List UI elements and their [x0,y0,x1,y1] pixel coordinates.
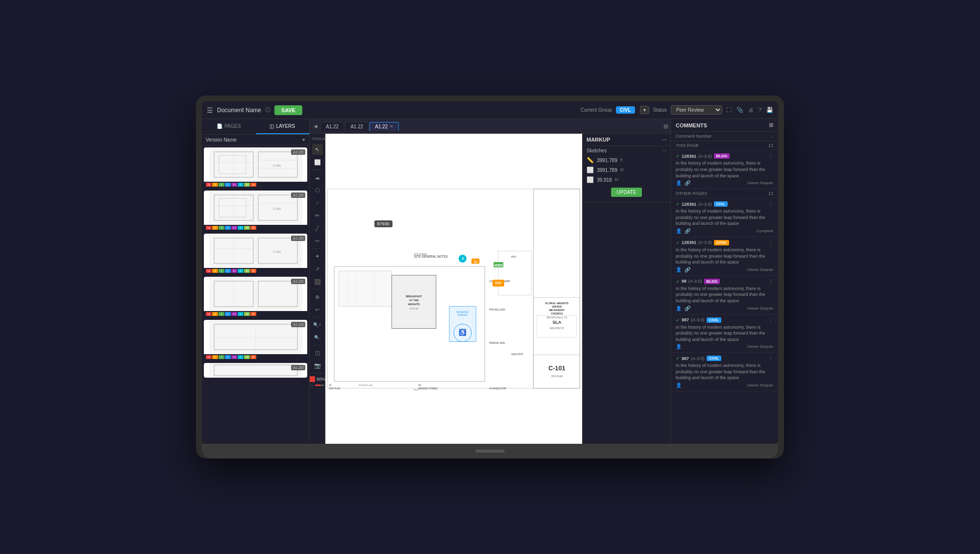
group-dropdown[interactable]: ▾ [640,106,649,114]
update-button[interactable]: UPDATE [611,188,642,197]
menu-icon[interactable]: ☰ [207,106,213,114]
sketches-more[interactable]: ··· [662,148,666,153]
svg-text:A3: A3 [418,384,421,386]
comment-more-2[interactable]: ⋮ [768,201,773,207]
svg-text:SITE PLAN: SITE PLAN [551,375,563,378]
tool-camera[interactable]: 📷 [312,360,323,371]
comments-filter-icon[interactable]: ⊞ [769,122,773,128]
tab-layers[interactable]: ◫ LAYERS [256,119,310,134]
comment-more-1[interactable]: ⋮ [768,153,773,159]
tool-curve[interactable]: 〜 [312,236,323,246]
svg-text:A4 WHEELSTOP: A4 WHEELSTOP [489,387,506,390]
app: ☰ Document Name ⓘ SAVE Current Group CIV… [202,101,778,443]
comment-item-4[interactable]: ✓ 98 (A-3.0) BLDG ⋮ In the history of mo… [671,276,778,314]
doc-tab-1[interactable]: A1.22 [320,122,344,131]
list-item[interactable]: C-101 A1.20 12 3 5 1 23 [204,191,307,231]
status-dropdown[interactable]: Peer Review In Progress Complete [671,105,722,115]
tag: 34 [250,355,256,359]
svg-text:HEIGHTS: HEIGHTS [408,303,420,306]
markup-panel: MARKUP ··· Sketches ··· 📏 [582,134,670,443]
tool-layers[interactable]: ◫ [312,347,323,358]
comment-header-4: ✓ 98 (A-3.0) BLDG ⋮ [676,279,773,284]
tag: 12 [206,355,212,359]
comment-header-2: ✓ 128391 (A-3.0) CIVL ⋮ [676,201,773,207]
list-item[interactable]: A1.20 12 3 5 1 23 2 18 34 [204,320,307,360]
comment-more-5[interactable]: ⋮ [768,317,773,323]
comment-more-4[interactable]: ⋮ [768,279,773,284]
comment-more-6[interactable]: ⋮ [768,356,773,361]
comments-scroll[interactable]: THIS PAGE 12 ✓ 128391 (A-3.0) BLDG ⋮ [671,141,778,443]
tag: 18 [244,312,250,316]
opacity-row: 60% — [310,375,326,388]
tool-select[interactable]: ↖ [312,144,323,155]
tool-pen[interactable]: ✏ [312,210,323,221]
tool-crosshair[interactable]: ⊕ [312,291,323,302]
list-item[interactable]: A1.20 12 3 5 1 23 2 18 34 [204,277,307,317]
tab-pages[interactable]: 📄 PAGES [202,119,256,134]
comment-badge-6: CIVIL [707,356,721,361]
tool-separator-2 [312,248,323,249]
color-swatch [310,376,315,382]
markup-more[interactable]: ··· [662,137,666,143]
comment-header-3: ✓ 128391 (A-3.0) STRK ⋮ [676,240,773,245]
comment-item-5[interactable]: ✓ 987 (A-3.0) CIVIL ⋮ In the history of … [671,314,778,353]
comment-more-3[interactable]: ⋮ [768,240,773,245]
tag: 1 [225,355,231,359]
tag: 2 [238,312,244,316]
tool-separator-5 [312,345,323,345]
comment-footer-5: 👤 Owner Dispute [676,344,773,349]
tag: 1 [225,269,231,273]
tool-cloud[interactable]: ☁ [312,172,323,183]
doc-tab-3[interactable]: A1.22 ✕ [369,122,399,131]
annotation-tooltip: 87930 [374,220,392,227]
comment-item-1[interactable]: ✓ 128391 (A-3.0) BLDG ⋮ In the history o… [671,150,778,189]
comment-rev-5: (A-3.0) [691,317,705,322]
svg-text:♿: ♿ [459,329,466,337]
blueprint-svg: C-101 [209,234,302,267]
comment-item-6[interactable]: ✓ 987 (A-3.0) CIVIL ⋮ In the history of … [671,353,778,391]
link-icon-3: 🔗 [685,267,690,272]
tool-rect-select[interactable]: ⬜ [312,157,323,168]
version-dropdown-icon[interactable]: ▾ [302,137,305,143]
list-item[interactable]: C-101 A1.20 12 3 5 1 23 [204,234,307,274]
tabs-settings-icon[interactable]: ⊞ [663,123,668,130]
comment-item-2[interactable]: ✓ 128391 (A-3.0) CIVL ⋮ In the history o… [671,198,778,237]
tool-separator-3 [312,289,323,289]
main-content: 📄 PAGES ◫ LAYERS Version Name ▾ [202,119,778,443]
print-icon[interactable]: 🖨 [748,107,754,113]
info-icon[interactable]: ⓘ [265,106,270,114]
canvas-area[interactable]: SLA ARCHITECTS FLORAL HEIGHTS UNITED MET… [325,134,582,443]
tab-scroll-left[interactable]: ◀ [312,122,319,130]
tag: 3 [212,226,218,230]
list-item[interactable]: A1.20 [204,363,307,378]
group-badge: CIVL [616,106,635,114]
tool-box[interactable]: ⬛ [312,276,323,287]
list-item[interactable]: C-101 A1.20 12 3 5 1 23 [204,147,307,188]
sort-icon[interactable]: ↓ [771,134,774,139]
comment-text-5: In the history of modern astronomy, ther… [676,324,773,343]
other-pages-section: OTHER PAGES 12 [671,189,778,198]
help-icon[interactable]: ? [759,107,761,113]
tool-zoom-in[interactable]: 🔍+ [312,319,323,330]
download-icon[interactable]: 💾 [766,107,773,113]
comments-title: COMMENTS [676,122,707,128]
doc-tab-2[interactable]: A1.22 [345,122,368,131]
save-button[interactable]: SAVE [274,105,302,115]
thumbnail-label: A1.20 [291,193,305,198]
ruler-icon: 📏 [587,157,594,164]
tool-hex[interactable]: ⬡ [312,185,323,195]
tool-line[interactable]: ╱ [312,223,323,234]
attachment-icon[interactable]: 📎 [736,107,743,113]
opacity-slider[interactable] [315,385,324,386]
tool-undo[interactable]: ↩ [312,304,323,315]
expand-icon[interactable]: ⛶ [726,107,732,113]
comment-header-5: ✓ 987 (A-3.0) CIVIL ⋮ [676,317,773,323]
doc-tab-close-3[interactable]: ✕ [390,124,393,129]
tool-stamp[interactable]: ✦ [312,251,323,262]
area-icon-2: ⬜ [587,176,594,183]
tool-zoom-out[interactable]: 🔍- [312,332,323,343]
tool-circle[interactable]: ○ [312,197,323,208]
comment-item-3[interactable]: ✓ 128391 (A-3.0) STRK ⋮ In the history o… [671,237,778,276]
svg-text:45668: 45668 [494,264,503,267]
tool-arrow[interactable]: ↗ [312,264,323,274]
